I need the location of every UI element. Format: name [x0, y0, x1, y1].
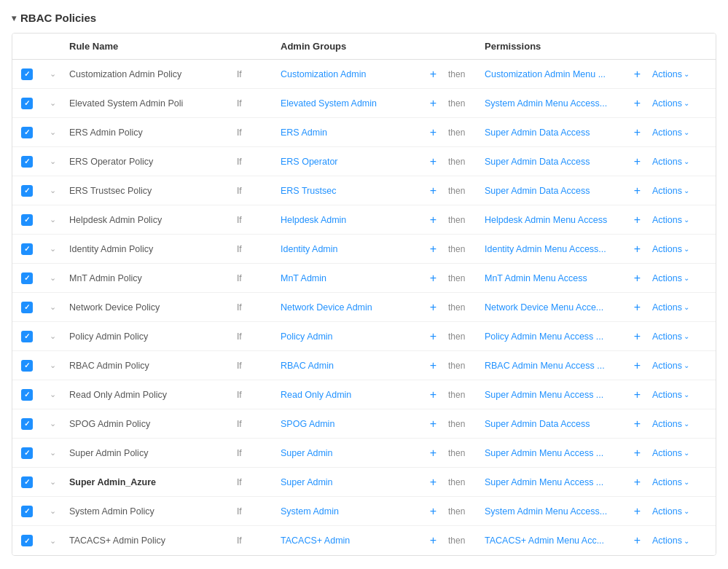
actions-button[interactable]: Actions ⌄	[652, 390, 689, 400]
actions-button[interactable]: Actions ⌄	[652, 535, 689, 546]
drag-handle[interactable]: ⌄	[42, 244, 63, 254]
add-permission-button[interactable]: +	[634, 68, 641, 80]
drag-handle[interactable]: ⌄	[42, 98, 63, 108]
drag-handle[interactable]: ⌄	[42, 477, 63, 487]
add-group-button[interactable]: +	[430, 156, 437, 168]
actions-button[interactable]: Actions ⌄	[652, 215, 689, 225]
add-group-button[interactable]: +	[430, 418, 437, 430]
row-checkbox[interactable]	[21, 214, 33, 226]
row-checkbox[interactable]	[21, 535, 33, 546]
actions-button[interactable]: Actions ⌄	[652, 331, 689, 342]
add-group-button[interactable]: +	[430, 68, 437, 80]
add-group-button[interactable]: +	[430, 185, 437, 197]
actions-button[interactable]: Actions ⌄	[652, 186, 689, 196]
add-group-button[interactable]: +	[430, 272, 437, 284]
row-checkbox[interactable]	[21, 98, 33, 109]
add-permission-button[interactable]: +	[634, 418, 641, 430]
drag-handle[interactable]: ⌄	[42, 536, 63, 546]
row-checkbox[interactable]	[21, 127, 33, 138]
add-permission-button[interactable]: +	[634, 127, 641, 138]
add-group-button[interactable]: +	[430, 127, 437, 138]
drag-handle[interactable]: ⌄	[42, 302, 63, 312]
row-checkbox[interactable]	[21, 185, 33, 197]
checkbox-cell[interactable]	[12, 535, 42, 546]
add-permission-button[interactable]: +	[634, 535, 641, 546]
checkbox-cell[interactable]	[12, 214, 42, 226]
checkbox-cell[interactable]	[12, 476, 42, 488]
actions-button[interactable]: Actions ⌄	[652, 448, 689, 458]
checkbox-cell[interactable]	[12, 185, 42, 197]
drag-handle[interactable]: ⌄	[42, 157, 63, 166]
add-group-button[interactable]: +	[430, 302, 437, 313]
checkbox-cell[interactable]	[12, 272, 42, 284]
add-permission-button[interactable]: +	[634, 302, 641, 313]
actions-button[interactable]: Actions ⌄	[652, 98, 689, 109]
actions-button[interactable]: Actions ⌄	[652, 157, 689, 167]
drag-handle[interactable]: ⌄	[42, 69, 63, 79]
add-permission-button[interactable]: +	[634, 185, 641, 197]
add-group-button[interactable]: +	[430, 447, 437, 459]
drag-handle[interactable]: ⌄	[42, 390, 63, 399]
actions-button[interactable]: Actions ⌄	[652, 361, 689, 371]
row-checkbox[interactable]	[21, 331, 33, 342]
add-group-button[interactable]: +	[430, 389, 437, 401]
row-checkbox[interactable]	[21, 418, 33, 430]
checkbox-cell[interactable]	[12, 98, 42, 109]
checkbox-cell[interactable]	[12, 68, 42, 80]
row-checkbox[interactable]	[21, 476, 33, 488]
row-checkbox[interactable]	[21, 68, 33, 80]
add-permission-button[interactable]: +	[634, 214, 641, 226]
checkbox-cell[interactable]	[12, 127, 42, 138]
row-checkbox[interactable]	[21, 156, 33, 168]
checkbox-cell[interactable]	[12, 302, 42, 313]
drag-handle[interactable]: ⌄	[42, 419, 63, 428]
row-checkbox[interactable]	[21, 447, 33, 459]
checkbox-cell[interactable]	[12, 360, 42, 372]
drag-handle[interactable]: ⌄	[42, 331, 63, 341]
add-group-button[interactable]: +	[430, 360, 437, 372]
add-permission-button[interactable]: +	[634, 360, 641, 372]
actions-button[interactable]: Actions ⌄	[652, 506, 689, 517]
add-permission-button[interactable]: +	[634, 447, 641, 459]
add-group-button[interactable]: +	[430, 214, 437, 226]
checkbox-cell[interactable]	[12, 447, 42, 459]
add-group-button[interactable]: +	[430, 243, 437, 255]
row-checkbox[interactable]	[21, 272, 33, 284]
add-permission-button[interactable]: +	[634, 506, 641, 517]
drag-handle[interactable]: ⌄	[42, 361, 63, 370]
row-checkbox[interactable]	[21, 389, 33, 401]
drag-handle[interactable]: ⌄	[42, 448, 63, 458]
checkbox-cell[interactable]	[12, 418, 42, 430]
drag-handle[interactable]: ⌄	[42, 273, 63, 283]
actions-button[interactable]: Actions ⌄	[652, 419, 689, 429]
drag-handle[interactable]: ⌄	[42, 127, 63, 137]
actions-button[interactable]: Actions ⌄	[652, 69, 689, 79]
checkbox-cell[interactable]	[12, 506, 42, 517]
actions-button[interactable]: Actions ⌄	[652, 244, 689, 254]
add-group-button[interactable]: +	[430, 476, 437, 488]
add-group-button[interactable]: +	[430, 331, 437, 342]
add-permission-button[interactable]: +	[634, 98, 641, 109]
actions-button[interactable]: Actions ⌄	[652, 302, 689, 313]
add-group-button[interactable]: +	[430, 506, 437, 517]
checkbox-cell[interactable]	[12, 331, 42, 342]
row-checkbox[interactable]	[21, 243, 33, 255]
add-group-button[interactable]: +	[430, 535, 437, 546]
add-permission-button[interactable]: +	[634, 243, 641, 255]
add-group-button[interactable]: +	[430, 98, 437, 109]
add-permission-button[interactable]: +	[634, 476, 641, 488]
row-checkbox[interactable]	[21, 360, 33, 372]
add-permission-button[interactable]: +	[634, 272, 641, 284]
actions-button[interactable]: Actions ⌄	[652, 127, 689, 138]
drag-handle[interactable]: ⌄	[42, 186, 63, 195]
actions-button[interactable]: Actions ⌄	[652, 273, 689, 283]
actions-button[interactable]: Actions ⌄	[652, 477, 689, 487]
section-chevron-icon[interactable]: ▾	[12, 13, 16, 23]
row-checkbox[interactable]	[21, 302, 33, 313]
drag-handle[interactable]: ⌄	[42, 215, 63, 224]
add-permission-button[interactable]: +	[634, 331, 641, 342]
checkbox-cell[interactable]	[12, 243, 42, 255]
row-checkbox[interactable]	[21, 506, 33, 517]
add-permission-button[interactable]: +	[634, 156, 641, 168]
checkbox-cell[interactable]	[12, 156, 42, 168]
